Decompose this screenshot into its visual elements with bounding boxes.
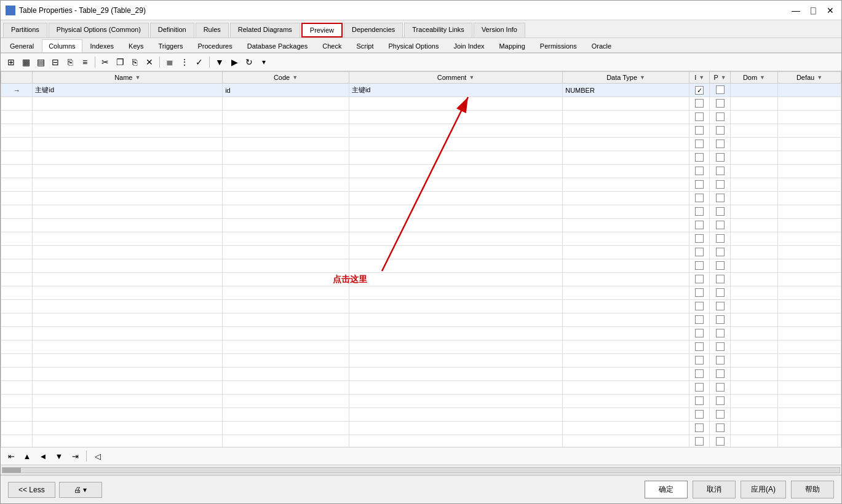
- table-row[interactable]: [1, 354, 841, 368]
- cell-datatype[interactable]: [563, 313, 689, 327]
- table-row[interactable]: [1, 246, 841, 259]
- cell-datatype[interactable]: [563, 165, 689, 178]
- mandatory-checkbox[interactable]: [695, 437, 704, 446]
- primary-checkbox[interactable]: [716, 140, 725, 148]
- add-row-button[interactable]: ⊞: [4, 55, 18, 69]
- table-row[interactable]: [1, 205, 841, 219]
- cell-code[interactable]: [223, 138, 349, 151]
- cell-code[interactable]: [223, 97, 349, 111]
- cell-dom[interactable]: [730, 138, 777, 151]
- cell-dom[interactable]: [730, 232, 777, 246]
- header-dom[interactable]: Dom ▼: [730, 72, 777, 84]
- cell-comment[interactable]: [349, 422, 562, 435]
- mandatory-checkbox[interactable]: [695, 369, 704, 378]
- cell-i[interactable]: [689, 138, 710, 151]
- cell-name[interactable]: [33, 327, 223, 341]
- primary-checkbox[interactable]: [716, 153, 725, 162]
- cell-dom[interactable]: [730, 381, 777, 395]
- cell-name[interactable]: [33, 97, 223, 111]
- cell-dom[interactable]: [730, 97, 777, 111]
- cell-default[interactable]: [778, 151, 841, 165]
- cell-datatype[interactable]: [563, 219, 689, 232]
- mandatory-checkbox[interactable]: [695, 248, 704, 256]
- cell-comment[interactable]: [349, 435, 562, 447]
- go-last-button[interactable]: ⇥: [68, 449, 82, 463]
- cell-comment[interactable]: [349, 151, 562, 165]
- cell-dom[interactable]: [730, 327, 777, 341]
- paste-button[interactable]: ⎘: [128, 55, 141, 69]
- table-row[interactable]: [1, 341, 841, 354]
- cell-datatype[interactable]: [563, 151, 689, 165]
- primary-checkbox[interactable]: [716, 383, 725, 392]
- insert-row-2-button[interactable]: ▤: [34, 55, 47, 69]
- primary-checkbox[interactable]: [716, 248, 725, 256]
- scroll-left-button[interactable]: ◁: [91, 449, 105, 463]
- cell-dom[interactable]: [730, 435, 777, 447]
- cell-i[interactable]: [689, 232, 710, 246]
- cell-code[interactable]: [223, 368, 349, 381]
- tab2-general[interactable]: General: [3, 39, 41, 52]
- restore-button[interactable]: ⎕: [807, 4, 819, 17]
- header-comment[interactable]: Comment ▼: [349, 72, 562, 84]
- tab2-mapping[interactable]: Mapping: [493, 39, 532, 52]
- cell-dom[interactable]: [730, 246, 777, 259]
- cell-dom[interactable]: [730, 124, 777, 138]
- cell-p[interactable]: [710, 124, 730, 138]
- header-code[interactable]: Code ▼: [223, 72, 349, 84]
- import-button[interactable]: ▼: [213, 55, 226, 69]
- cell-i[interactable]: [689, 246, 710, 259]
- cell-name[interactable]: [33, 286, 223, 300]
- cell-name[interactable]: [33, 408, 223, 422]
- cell-datatype[interactable]: [563, 286, 689, 300]
- cell-name[interactable]: [33, 435, 223, 447]
- tab1-version-info[interactable]: Version Info: [474, 23, 525, 37]
- tab2-procedures[interactable]: Procedures: [191, 39, 239, 52]
- cell-comment[interactable]: [349, 219, 562, 232]
- cell-i[interactable]: [689, 219, 710, 232]
- close-button[interactable]: ✕: [824, 4, 836, 17]
- cell-datatype[interactable]: [563, 422, 689, 435]
- cell-p[interactable]: [710, 205, 730, 219]
- cell-default[interactable]: [778, 205, 841, 219]
- cell-code[interactable]: [223, 435, 349, 447]
- primary-checkbox[interactable]: [716, 261, 725, 270]
- cell-i[interactable]: [689, 327, 710, 341]
- cell-comment[interactable]: [349, 395, 562, 408]
- cell-datatype[interactable]: [563, 192, 689, 205]
- cell-p[interactable]: [710, 138, 730, 151]
- cell-i[interactable]: [689, 368, 710, 381]
- cell-comment[interactable]: [349, 341, 562, 354]
- table-row[interactable]: [1, 368, 841, 381]
- tab2-indexes[interactable]: Indexes: [84, 39, 121, 52]
- cell-i[interactable]: [689, 408, 710, 422]
- cell-datatype[interactable]: [563, 395, 689, 408]
- cell-code[interactable]: [223, 381, 349, 395]
- primary-checkbox[interactable]: [716, 315, 725, 324]
- tab1-rules[interactable]: Rules: [196, 23, 229, 37]
- cell-name[interactable]: [33, 368, 223, 381]
- cell-code[interactable]: [223, 300, 349, 313]
- cell-datatype[interactable]: [563, 354, 689, 368]
- cell-name[interactable]: [33, 273, 223, 286]
- cell-default[interactable]: [778, 259, 841, 273]
- header-name[interactable]: Name ▼: [33, 72, 223, 84]
- insert-row-button[interactable]: ▦: [19, 55, 33, 69]
- primary-checkbox[interactable]: [716, 356, 725, 364]
- filter-button[interactable]: ⋮: [178, 55, 191, 69]
- cell-comment[interactable]: [349, 178, 562, 192]
- mandatory-checkbox[interactable]: [695, 140, 704, 148]
- cell-comment[interactable]: [349, 259, 562, 273]
- cell-code[interactable]: [223, 205, 349, 219]
- cell-p[interactable]: [710, 232, 730, 246]
- cell-p[interactable]: [710, 408, 730, 422]
- cell-p[interactable]: [710, 435, 730, 447]
- clear-button[interactable]: ✕: [143, 55, 156, 69]
- cell-dom[interactable]: [730, 408, 777, 422]
- apply-button[interactable]: 应用(A): [741, 481, 786, 498]
- cell-name[interactable]: [33, 165, 223, 178]
- cell-dom[interactable]: [730, 111, 777, 124]
- table-row[interactable]: [1, 111, 841, 124]
- cell-dom[interactable]: [730, 259, 777, 273]
- cell-datatype[interactable]: [563, 138, 689, 151]
- cell-p[interactable]: [710, 97, 730, 111]
